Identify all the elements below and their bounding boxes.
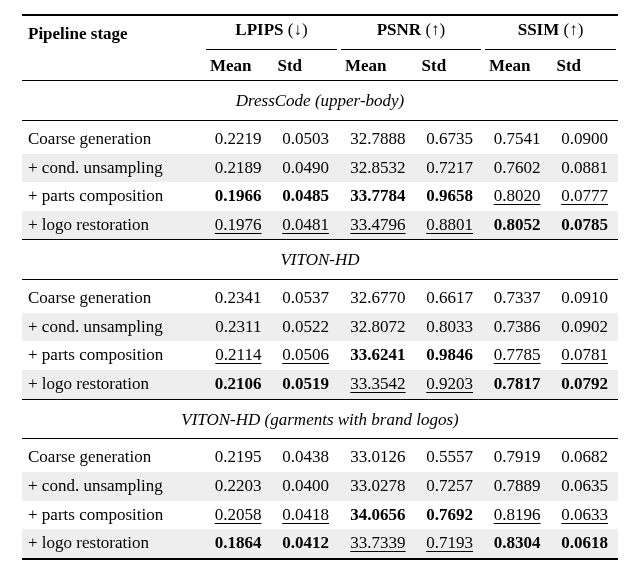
col-lpips: LPIPS (↓): [204, 16, 339, 45]
table-row: + cond. unsampling 0.2189 0.0490 32.8532…: [22, 154, 618, 183]
table-row: + logo restoration 0.1976 0.0481 33.4796…: [22, 211, 618, 240]
table-row: Coarse generation 0.2341 0.0537 32.6770 …: [22, 280, 618, 313]
col-psnr: PSNR (↑): [339, 16, 483, 45]
table-row: + logo restoration 0.1864 0.0412 33.7339…: [22, 529, 618, 558]
section-title: DressCode (upper-body): [22, 81, 618, 120]
ablation-table: Pipeline stage LPIPS (↓) PSNR (↑) SSIM (…: [22, 14, 618, 560]
section-title: VITON-HD (garments with brand logos): [22, 400, 618, 439]
table-header-row: Pipeline stage LPIPS (↓) PSNR (↑) SSIM (…: [22, 16, 618, 45]
table-subheader-row: Mean Std Mean Std Mean Std: [22, 52, 618, 81]
table-row: + parts composition 0.2114 0.0506 33.624…: [22, 341, 618, 370]
table-caption: Table 2: Quantitative Ablation Study. Th…: [22, 560, 618, 568]
table-row: + logo restoration 0.2106 0.0519 33.3542…: [22, 370, 618, 399]
table-row: + parts composition 0.2058 0.0418 34.065…: [22, 501, 618, 530]
table-row: + parts composition 0.1966 0.0485 33.778…: [22, 182, 618, 211]
table-row: + cond. unsampling 0.2203 0.0400 33.0278…: [22, 472, 618, 501]
section-title: VITON-HD: [22, 240, 618, 279]
table-row: + cond. unsampling 0.2311 0.0522 32.8072…: [22, 313, 618, 342]
table-row: Coarse generation 0.2219 0.0503 32.7888 …: [22, 121, 618, 154]
col-pipeline: Pipeline stage: [22, 16, 204, 52]
col-ssim: SSIM (↑): [483, 16, 618, 45]
table-row: Coarse generation 0.2195 0.0438 33.0126 …: [22, 439, 618, 472]
